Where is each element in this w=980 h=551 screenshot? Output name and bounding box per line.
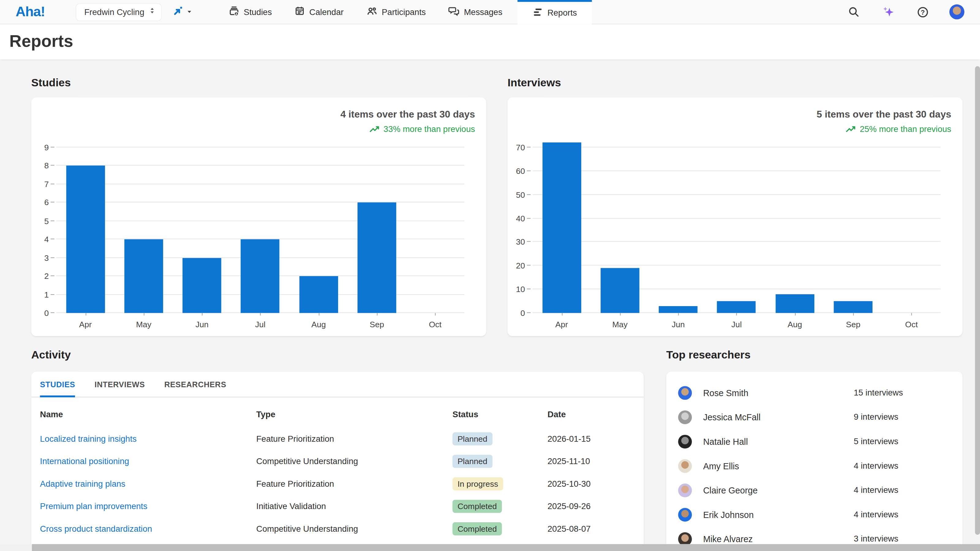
reports-icon (532, 6, 543, 19)
y-tick-label-70: 70 (516, 143, 525, 151)
x-axis-label-Aug: Aug (290, 320, 348, 329)
x-axis-label-Oct: Oct (406, 320, 464, 329)
bar-May (124, 240, 163, 313)
researcher-avatar (678, 483, 692, 497)
study-name-link[interactable]: International positioning (40, 456, 256, 466)
chart-slot-Sep (824, 148, 882, 313)
sort-arrows-icon (144, 6, 156, 17)
chart-slot-Jun (173, 148, 231, 313)
x-tick-mark-May (144, 313, 144, 315)
y-tick-mark-5 (51, 221, 54, 221)
researcher-interview-count: 4 interviews (854, 461, 953, 470)
y-tick-mark-6 (51, 202, 54, 203)
researcher-interview-count: 15 interviews (854, 388, 953, 397)
study-type: Initiative Validation (256, 502, 453, 511)
nav-item-calendar[interactable]: Calendar (294, 0, 344, 24)
y-tick-mark-20 (527, 265, 530, 266)
column-header-name: Name (40, 410, 256, 419)
bar-Sep (834, 301, 873, 313)
bar-Jul (241, 240, 280, 313)
researcher-avatar (678, 508, 692, 521)
column-header-type: Type (256, 410, 453, 419)
study-type: Competitive Understanding (256, 524, 453, 533)
x-tick-mark-Jul (737, 313, 737, 315)
ai-assistant-button[interactable] (881, 4, 896, 19)
researcher-row: Rose Smith15 interviews (667, 381, 963, 405)
chart-trend-label: 33% more than previous (383, 124, 475, 134)
study-name-link[interactable]: Premium plan improvements (40, 502, 256, 511)
y-tick-mark-70 (527, 147, 530, 148)
x-axis-label-Aug: Aug (766, 320, 824, 329)
search-button[interactable] (846, 4, 861, 19)
y-tick-label-2: 2 (44, 272, 49, 280)
study-date: 2025-10-30 (547, 479, 635, 488)
y-tick-label-60: 60 (516, 167, 525, 175)
y-tick-mark-8 (51, 165, 54, 166)
messages-icon (449, 5, 460, 18)
x-tick-mark-May (620, 313, 620, 315)
x-tick-mark-Oct (435, 313, 436, 315)
study-name-link[interactable]: Localized training insights (40, 434, 256, 443)
participants-icon (366, 5, 377, 18)
chevron-down-icon[interactable] (186, 9, 192, 15)
top-nav: Aha! Fredwin Cycling (0, 0, 980, 24)
x-axis-label-Apr: Apr (56, 320, 115, 329)
researcher-row: Natalie Hall5 interviews (667, 429, 963, 454)
bar-chart-plot: 0123456789 (56, 148, 465, 313)
workspace-label: Fredwin Cycling (84, 7, 144, 16)
tab-studies[interactable]: STUDIES (40, 381, 75, 397)
chart-slot-Jul (231, 148, 290, 313)
x-axis-label-Jun: Jun (173, 320, 231, 329)
chart-trend-label: 25% more than previous (860, 124, 951, 134)
tab-researchers[interactable]: RESEARCHERS (164, 381, 226, 397)
researcher-avatar (678, 434, 692, 448)
workspace-switcher[interactable]: Fredwin Cycling (76, 3, 161, 20)
nav-item-participants[interactable]: Participants (366, 0, 426, 24)
activity-tabs: STUDIES INTERVIEWS RESEARCHERS (31, 372, 644, 397)
study-date: 2025-08-07 (547, 524, 635, 533)
bar-Apr (542, 143, 581, 313)
horizontal-scrollbar-thumb[interactable] (32, 544, 980, 551)
y-tick-label-0: 0 (520, 309, 525, 317)
y-tick-mark-9 (51, 147, 54, 148)
researcher-name: Mike Alvarez (703, 534, 753, 544)
status-badge: Planned (453, 432, 492, 445)
status-badge: In progress (453, 477, 503, 490)
bar-chart-plot: 010203040506070 (533, 148, 941, 313)
chart-trend: 33% more than previous (340, 124, 475, 134)
y-tick-mark-30 (527, 241, 530, 242)
chart-slot-Apr (56, 148, 115, 313)
study-name-link[interactable]: Adaptive training plans (40, 479, 256, 488)
nav-item-studies[interactable]: Studies (229, 0, 272, 24)
bar-May (601, 268, 640, 313)
y-tick-label-40: 40 (516, 214, 525, 222)
study-name-link[interactable]: Cross product standardization (40, 524, 256, 533)
help-button[interactable]: ? (915, 4, 930, 19)
user-avatar[interactable] (950, 4, 964, 19)
chart-slot-Apr (533, 148, 591, 313)
y-tick-label-5: 5 (44, 217, 49, 225)
aha-logo[interactable]: Aha! (16, 4, 45, 20)
nav-item-messages[interactable]: Messages (449, 0, 503, 24)
calendar-icon (294, 5, 305, 18)
nav-item-label: Calendar (309, 7, 344, 16)
x-tick-mark-Jun (678, 313, 679, 315)
launch-icon (172, 5, 183, 18)
researcher-avatar (678, 410, 692, 424)
bar-Aug (775, 294, 814, 313)
study-date: 2025-09-26 (547, 502, 635, 511)
chart-slot-Sep (348, 148, 406, 313)
chart-slot-Oct (406, 148, 464, 313)
nav-tab-reports-active[interactable]: Reports (517, 0, 592, 24)
tab-interviews[interactable]: INTERVIEWS (95, 381, 145, 397)
launch-button[interactable] (172, 5, 183, 18)
y-tick-mark-0 (51, 312, 54, 313)
y-tick-mark-10 (527, 289, 530, 289)
status-badge: Completed (453, 522, 502, 535)
researcher-interview-count: 4 interviews (854, 510, 953, 519)
researcher-avatar (678, 386, 692, 400)
chart-trend: 25% more than previous (817, 124, 951, 134)
vertical-scrollbar-thumb[interactable] (975, 66, 980, 535)
trend-up-icon (369, 125, 380, 133)
y-tick-label-20: 20 (516, 262, 525, 270)
